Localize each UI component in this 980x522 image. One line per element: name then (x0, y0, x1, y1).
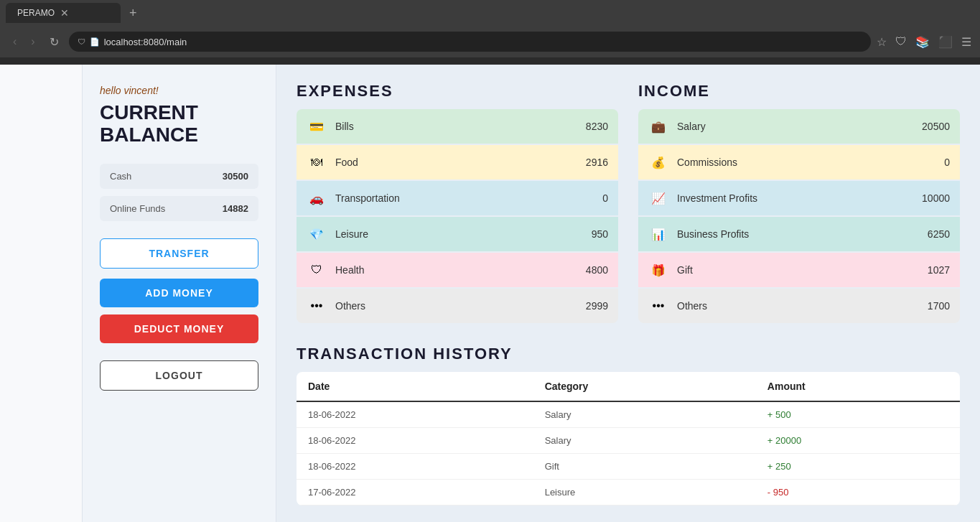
income-name: Salary (677, 121, 922, 132)
income-amount: 1027 (928, 264, 950, 276)
new-tab-button[interactable]: + (123, 3, 143, 24)
browser-tab[interactable]: PERAMO ✕ (6, 3, 121, 23)
online-balance-row: Online Funds 14882 (100, 196, 258, 221)
income-item: 💰 Commissions 0 (638, 145, 960, 180)
expense-amount: 2916 (586, 157, 608, 168)
expense-item: 🛡 Health 4800 (297, 253, 618, 287)
sections-row: EXPENSES 💳 Bills 8230 🍽 Food 2916 🚗 Tran… (297, 82, 960, 325)
left-panel: hello vincent! CURRENT BALANCE Cash 3050… (83, 65, 276, 522)
income-item: 📈 Investment Profits 10000 (638, 181, 960, 215)
transaction-tbody: 18-06-2022Salary+ 50018-06-2022Salary+ 2… (297, 401, 960, 505)
tab-close-button[interactable]: ✕ (60, 7, 69, 19)
expense-item: ••• Others 2999 (297, 289, 618, 323)
income-item: 💼 Salary 20500 (638, 109, 960, 144)
sidebar (0, 65, 83, 522)
income-icon: 💰 (648, 152, 668, 172)
income-amount: 6250 (928, 228, 950, 240)
greeting-text: hello vincent! (100, 85, 258, 96)
cash-balance-row: Cash 30500 (100, 164, 258, 189)
cash-label: Cash (110, 171, 131, 182)
table-cell: 17-06-2022 (297, 480, 533, 505)
income-item: 🎁 Gift 1027 (638, 253, 960, 287)
deduct-money-button[interactable]: DEDUCT MONEY (100, 314, 258, 343)
expense-item: 💎 Leisure 950 (297, 217, 618, 251)
expense-item: 💳 Bills 8230 (297, 109, 618, 144)
expense-amount: 950 (592, 228, 608, 240)
transaction-thead: DateCategoryAmount (297, 372, 960, 401)
expense-item: 🚗 Transportation 0 (297, 181, 618, 215)
back-button[interactable]: ‹ (9, 32, 21, 51)
transaction-title: TRANSACTION HISTORY (297, 345, 960, 363)
expense-name: Food (335, 157, 586, 168)
expense-icon: 🛡 (307, 260, 327, 280)
expense-name: Health (335, 264, 586, 276)
content-area: EXPENSES 💳 Bills 8230 🍽 Food 2916 🚗 Tran… (276, 65, 980, 522)
table-header-cell: Amount (756, 372, 960, 401)
table-cell: + 20000 (756, 428, 960, 454)
expense-name: Others (335, 300, 586, 312)
income-icon: 🎁 (648, 260, 668, 280)
transfer-button[interactable]: TRANSFER (100, 238, 258, 269)
income-list: 💼 Salary 20500 💰 Commissions 0 📈 Investm… (638, 109, 960, 323)
expense-name: Transportation (335, 192, 602, 204)
income-amount: 1700 (928, 300, 950, 312)
transaction-section: TRANSACTION HISTORY DateCategoryAmount 1… (297, 345, 960, 505)
nav-bar: ‹ › ↻ 🛡 📄 localhost:8080/main ☆ 🛡 📚 ⬛ ☰ (0, 26, 980, 57)
nav-icons-right: ☆ 🛡 📚 ⬛ ☰ (877, 35, 971, 49)
page-icon: 📄 (90, 37, 100, 47)
security-icon: 🛡 (78, 37, 85, 46)
table-header-cell: Date (297, 372, 533, 401)
expense-icon: 💎 (307, 224, 327, 244)
table-row: 17-06-2022Leisure- 950 (297, 480, 960, 505)
income-name: Gift (677, 264, 928, 276)
table-cell: 18-06-2022 (297, 428, 533, 454)
expense-icon: 💳 (307, 116, 327, 136)
transaction-table: DateCategoryAmount 18-06-2022Salary+ 500… (297, 372, 960, 505)
expense-icon: 🍽 (307, 152, 327, 172)
online-label: Online Funds (110, 203, 165, 214)
bookmark-icon[interactable]: ☆ (877, 35, 887, 49)
income-amount: 10000 (922, 192, 950, 204)
expense-icon: ••• (307, 296, 327, 316)
table-cell: Leisure (533, 480, 756, 505)
table-cell: Salary (533, 428, 756, 454)
table-cell: + 500 (756, 401, 960, 428)
bookmarks-icon[interactable]: 📚 (915, 35, 930, 49)
balance-title: CURRENT BALANCE (100, 102, 258, 146)
income-icon: 💼 (648, 116, 668, 136)
income-icon: 📊 (648, 224, 668, 244)
tab-bar: PERAMO ✕ + (0, 0, 980, 26)
table-row: 18-06-2022Salary+ 20000 (297, 428, 960, 454)
logout-button[interactable]: LOGOUT (100, 360, 258, 391)
transaction-table-wrapper[interactable]: DateCategoryAmount 18-06-2022Salary+ 500… (297, 372, 960, 505)
online-amount: 14882 (223, 203, 248, 214)
add-money-button[interactable]: ADD MONEY (100, 279, 258, 307)
table-cell: + 250 (756, 454, 960, 480)
income-section: INCOME 💼 Salary 20500 💰 Commissions 0 📈 … (638, 82, 960, 325)
address-bar[interactable]: 🛡 📄 localhost:8080/main (69, 32, 871, 52)
refresh-button[interactable]: ↻ (45, 32, 63, 52)
expense-name: Leisure (335, 228, 592, 240)
menu-icon[interactable]: ☰ (961, 35, 971, 49)
income-name: Others (677, 300, 928, 312)
browser-chrome: PERAMO ✕ + ‹ › ↻ 🛡 📄 localhost:8080/main… (0, 0, 980, 65)
tabs-icon[interactable]: ⬛ (938, 35, 953, 49)
expense-amount: 4800 (586, 264, 608, 276)
forward-button[interactable]: › (27, 32, 39, 51)
income-item: 📊 Business Profits 6250 (638, 217, 960, 251)
table-row: 18-06-2022Salary+ 500 (297, 401, 960, 428)
table-cell: 18-06-2022 (297, 454, 533, 480)
expense-amount: 8230 (586, 121, 608, 132)
income-item: ••• Others 1700 (638, 289, 960, 323)
expense-item: 🍽 Food 2916 (297, 145, 618, 180)
table-cell: Gift (533, 454, 756, 480)
expense-amount: 0 (602, 192, 608, 204)
shield-icon[interactable]: 🛡 (895, 35, 907, 48)
income-icon: ••• (648, 296, 668, 316)
table-row: 18-06-2022Gift+ 250 (297, 454, 960, 480)
table-cell: 18-06-2022 (297, 401, 533, 428)
expense-amount: 2999 (586, 300, 608, 312)
expense-name: Bills (335, 121, 586, 132)
expenses-section: EXPENSES 💳 Bills 8230 🍽 Food 2916 🚗 Tran… (297, 82, 618, 325)
income-name: Commissions (677, 157, 944, 168)
